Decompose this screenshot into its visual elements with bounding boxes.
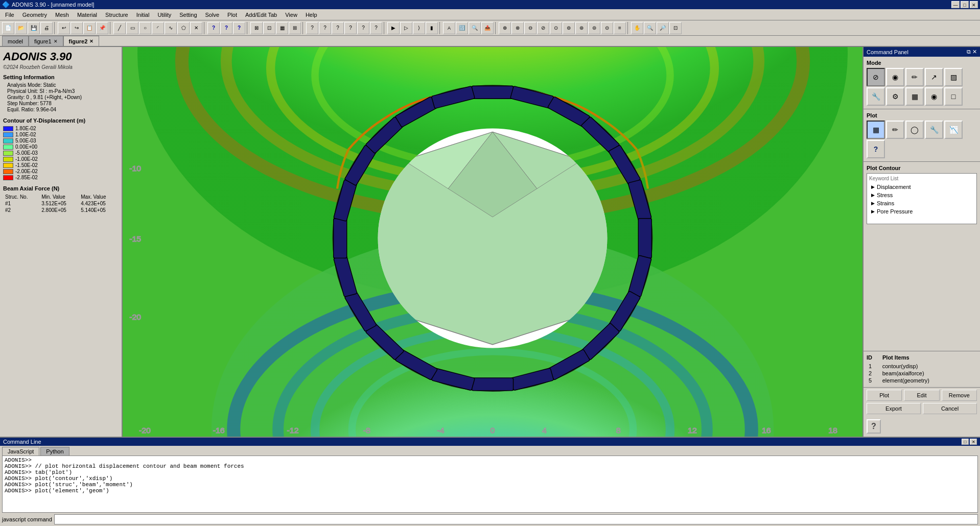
cl-restore-button[interactable]: □ xyxy=(962,439,969,445)
tab-figure2[interactable]: figure2 ✕ xyxy=(63,36,100,46)
cl-tab-javascript[interactable]: JavaScript xyxy=(2,447,39,456)
mode-node[interactable]: ◉ xyxy=(886,68,904,86)
tb-rect[interactable]: ▭ xyxy=(126,22,138,34)
tb-select3[interactable]: ▦ xyxy=(276,22,288,34)
maximize-button[interactable]: □ xyxy=(961,1,969,8)
command-panel-close[interactable]: ✕ xyxy=(972,49,977,55)
tb-select1[interactable]: ⊠ xyxy=(250,22,263,34)
tb-select4[interactable]: ⊞ xyxy=(289,22,301,34)
tb-delete[interactable]: ✕ xyxy=(190,22,202,34)
tb-undo[interactable]: ↩ xyxy=(58,22,70,34)
mode-arrow[interactable]: ↗ xyxy=(925,68,943,86)
help-button[interactable]: ? xyxy=(867,419,881,434)
tb-q4[interactable]: ? xyxy=(344,22,357,34)
close-button[interactable]: ✕ xyxy=(970,1,978,8)
plot-circle-btn[interactable]: ◯ xyxy=(905,121,924,139)
tb-spline[interactable]: ∿ xyxy=(165,22,177,34)
tb-help2[interactable]: ? xyxy=(220,22,232,34)
tb-hand[interactable]: ✋ xyxy=(631,22,643,34)
plot-graph-btn[interactable]: 📉 xyxy=(944,121,963,139)
menu-geometry[interactable]: Geometry xyxy=(18,11,51,19)
tab-figure1[interactable]: figure1 ✕ xyxy=(29,36,63,46)
tb-text[interactable]: A xyxy=(443,22,455,34)
export-button[interactable]: Export xyxy=(867,403,921,414)
tb-print[interactable]: 🖨 xyxy=(40,22,53,34)
menu-setting[interactable]: Setting xyxy=(175,11,201,19)
kw-strains[interactable]: ▶ Strains xyxy=(869,199,974,207)
mode-select[interactable]: ⊘ xyxy=(867,68,885,86)
tb-sym1[interactable]: ⊕ xyxy=(499,22,511,34)
edit-button[interactable]: Edit xyxy=(904,390,939,401)
mode-pencil[interactable]: ✏ xyxy=(905,68,924,86)
menu-mesh[interactable]: Mesh xyxy=(51,11,73,19)
tb-poly[interactable]: ⬠ xyxy=(177,22,190,34)
menu-addedit[interactable]: Add/Edit Tab xyxy=(241,11,281,19)
tb-circle[interactable]: ○ xyxy=(139,22,151,34)
tb-v4[interactable]: ▮ xyxy=(426,22,438,34)
tb-q6[interactable]: ? xyxy=(370,22,382,34)
tb-copy[interactable]: 📋 xyxy=(83,22,96,34)
tb-help3[interactable]: ? xyxy=(233,22,245,34)
menu-plot[interactable]: Plot xyxy=(223,11,241,19)
mode-blank[interactable]: □ xyxy=(944,87,963,106)
plot-item-3[interactable]: 5 element(geometry) xyxy=(867,377,977,384)
tb-line[interactable]: ╱ xyxy=(113,22,126,34)
tb-new[interactable]: 📄 xyxy=(2,22,14,34)
menu-material[interactable]: Material xyxy=(73,11,101,19)
tb-q3[interactable]: ? xyxy=(332,22,344,34)
menu-utility[interactable]: Utility xyxy=(153,11,175,19)
remove-button[interactable]: Remove xyxy=(942,390,977,401)
menu-help[interactable]: Help xyxy=(301,11,321,19)
mode-wrench[interactable]: 🔧 xyxy=(867,87,885,106)
command-panel-detach[interactable]: ⧉ xyxy=(967,49,971,55)
tb-save[interactable]: 💾 xyxy=(28,22,40,34)
plot-item-1[interactable]: 1 contour(ydisp) xyxy=(867,363,977,370)
plot-contour-btn[interactable]: ▦ xyxy=(867,121,885,139)
tb-sym7[interactable]: ⊛ xyxy=(575,22,588,34)
menu-structure[interactable]: Structure xyxy=(101,11,132,19)
kw-pore[interactable]: ▶ Pore Pressure xyxy=(869,207,974,216)
menu-view[interactable]: View xyxy=(281,11,301,19)
tb-zoomout[interactable]: 🔎 xyxy=(657,22,669,34)
plot-pencil-btn[interactable]: ✏ xyxy=(886,121,904,139)
tb-paste[interactable]: 📌 xyxy=(96,22,108,34)
tb-sym4[interactable]: ⊘ xyxy=(537,22,549,34)
tb-sym8[interactable]: ⊜ xyxy=(588,22,600,34)
cancel-button[interactable]: Cancel xyxy=(923,403,977,414)
menu-initial[interactable]: Initial xyxy=(132,11,154,19)
mode-hatch[interactable]: ▨ xyxy=(944,68,963,86)
tb-v2[interactable]: ▷ xyxy=(400,22,412,34)
tb-redo[interactable]: ↪ xyxy=(71,22,83,34)
tb-v3[interactable]: ⟩ xyxy=(413,22,425,34)
tb-sym3[interactable]: ⊖ xyxy=(524,22,536,34)
kw-displacement[interactable]: ▶ Displacement xyxy=(869,183,974,191)
tb-open[interactable]: 📂 xyxy=(15,22,27,34)
tb-select2[interactable]: ⊡ xyxy=(263,22,275,34)
menu-solve[interactable]: Solve xyxy=(201,11,224,19)
mode-gear[interactable]: ⚙ xyxy=(886,87,904,106)
tb-zoom[interactable]: 🔍 xyxy=(469,22,481,34)
tab-figure1-close[interactable]: ✕ xyxy=(54,39,58,44)
mode-circle[interactable]: ◉ xyxy=(925,87,943,106)
title-bar-controls[interactable]: — □ ✕ xyxy=(951,1,978,8)
tb-export[interactable]: 📤 xyxy=(481,22,494,34)
tb-q5[interactable]: ? xyxy=(357,22,369,34)
tab-model[interactable]: model xyxy=(2,36,29,46)
mode-calc[interactable]: ▦ xyxy=(905,87,924,106)
tb-arc[interactable]: ◜ xyxy=(152,22,164,34)
plot-tools-btn[interactable]: 🔧 xyxy=(925,121,943,139)
plot-help-btn[interactable]: ? xyxy=(867,140,885,158)
tb-v1[interactable]: ▶ xyxy=(387,22,400,34)
cl-close-button[interactable]: ✕ xyxy=(970,439,977,445)
tb-sym6[interactable]: ⊚ xyxy=(563,22,575,34)
tb-sym9[interactable]: ⊝ xyxy=(601,22,613,34)
plot-item-2[interactable]: 2 beam(axialforce) xyxy=(867,370,977,377)
cl-tab-python[interactable]: Python xyxy=(40,447,69,456)
tb-num[interactable]: 🔢 xyxy=(456,22,468,34)
minimize-button[interactable]: — xyxy=(951,1,960,8)
tb-q1[interactable]: ? xyxy=(306,22,318,34)
tb-q2[interactable]: ? xyxy=(319,22,331,34)
tb-zoomfit[interactable]: ⊡ xyxy=(669,22,682,34)
tb-help1[interactable]: ? xyxy=(207,22,220,34)
menu-file[interactable]: File xyxy=(1,11,18,19)
